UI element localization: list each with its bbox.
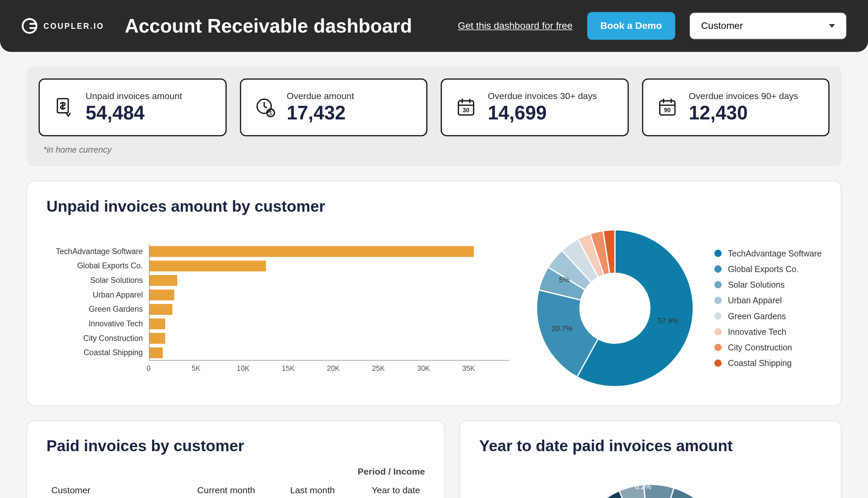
calendar-30-icon: 30 xyxy=(455,96,477,118)
legend-item[interactable]: TechAdvantage Software xyxy=(715,249,822,258)
hbar-bar xyxy=(149,275,177,286)
kpi-footnote: *in home currency xyxy=(43,145,830,154)
hbar-tick: 0 xyxy=(146,364,191,372)
hbar-category-label: Global Exports Co. xyxy=(46,261,149,270)
legend-item[interactable]: Green Gardens xyxy=(715,311,822,320)
legend-label: Urban Apparel xyxy=(728,296,782,305)
hbar-bar xyxy=(149,333,165,344)
brand-text: COUPLER.IO xyxy=(43,21,104,30)
legend-label: City Construction xyxy=(728,343,792,352)
hbar-chart: TechAdvantage SoftwareGlobal Exports Co.… xyxy=(46,244,510,372)
hbar-category-label: Coastal Shipping xyxy=(46,348,149,357)
hbar-bar xyxy=(149,289,174,300)
hbar-category-label: City Construction xyxy=(46,333,149,343)
hbar-bar xyxy=(149,246,474,257)
invoice-dollar-icon xyxy=(53,96,75,118)
legend-item[interactable]: Innovative Tech xyxy=(715,327,822,337)
hbar-tick: 25K xyxy=(372,364,417,372)
table-header-right: Period / Income xyxy=(46,466,425,476)
ytd-pie-chart: 5.2%6.2%6.2% xyxy=(572,466,729,498)
legend-item[interactable]: Global Exports Co. xyxy=(715,264,822,274)
hbar-x-axis: 05K10K15K20K25K30K35K xyxy=(149,360,510,372)
brand-logo: COUPLER.IO xyxy=(22,18,104,34)
hbar-tick: 35K xyxy=(462,364,507,372)
get-dashboard-link[interactable]: Get this dashboard for free xyxy=(458,21,572,31)
customer-select-label: Customer xyxy=(701,21,743,31)
legend-label: Coastal Shipping xyxy=(728,358,792,368)
donut-legend: TechAdvantage SoftwareGlobal Exports Co.… xyxy=(715,249,822,368)
hbar-tick: 10K xyxy=(237,364,282,372)
kpi-label: Overdue invoices 30+ days xyxy=(488,91,597,101)
legend-item[interactable]: City Construction xyxy=(715,343,822,352)
hbar-bar xyxy=(149,260,266,271)
legend-swatch xyxy=(715,359,722,367)
col-last-month: Last month xyxy=(260,481,339,498)
paid-invoices-table: Customer Current month Last month Year t… xyxy=(46,481,425,498)
donut-label: 5% xyxy=(559,276,570,284)
legend-label: TechAdvantage Software xyxy=(728,249,822,258)
table-header-row: Customer Current month Last month Year t… xyxy=(46,481,425,498)
donut-chart: 57.9%20.7%5% xyxy=(534,227,696,390)
kpi-value: 12,430 xyxy=(689,102,798,124)
legend-label: Global Exports Co. xyxy=(728,264,799,274)
kpi-value: 54,484 xyxy=(85,102,182,124)
svg-text:30: 30 xyxy=(463,107,470,114)
panel-title: Year to date paid invoices amount xyxy=(479,436,822,455)
hbar-category-label: Green Gardens xyxy=(46,305,149,314)
legend-swatch xyxy=(715,281,722,288)
clock-dollar-icon: $ xyxy=(254,96,276,118)
kpi-overdue-amount: $ Overdue amount 17,432 xyxy=(240,78,428,136)
coupler-logo-icon xyxy=(22,18,37,34)
kpi-label: Overdue invoices 90+ days xyxy=(689,91,798,101)
hbar-category-label: TechAdvantage Software xyxy=(46,247,149,256)
customer-select[interactable]: Customer xyxy=(690,13,846,39)
book-demo-button[interactable]: Book a Demo xyxy=(587,12,675,40)
legend-item[interactable]: Coastal Shipping xyxy=(715,358,822,368)
legend-swatch xyxy=(715,344,722,351)
col-current-month: Current month xyxy=(161,481,260,498)
legend-swatch xyxy=(715,297,722,304)
pie-label: 6.2% xyxy=(635,483,651,491)
panel-unpaid-by-customer: Unpaid invoices amount by customer TechA… xyxy=(26,181,842,406)
page-title: Account Receivable dashboard xyxy=(125,15,412,37)
legend-swatch xyxy=(715,265,722,272)
hbar-row: City Construction xyxy=(46,331,510,345)
calendar-90-icon: 90 xyxy=(656,96,678,118)
hbar-bar xyxy=(149,304,172,314)
header: COUPLER.IO Account Receivable dashboard … xyxy=(0,0,868,52)
hbar-row: Innovative Tech xyxy=(46,316,510,331)
kpi-label: Overdue amount xyxy=(286,91,354,101)
legend-swatch xyxy=(715,250,722,257)
panel-paid-by-customer: Paid invoices by customer Period / Incom… xyxy=(26,420,445,498)
hbar-tick: 5K xyxy=(191,364,237,372)
kpi-value: 17,432 xyxy=(286,102,354,124)
kpi-value: 14,699 xyxy=(488,102,597,124)
hbar-bar xyxy=(149,318,165,329)
svg-text:$: $ xyxy=(269,110,272,116)
panel-ytd-paid: Year to date paid invoices amount 5.2%6.… xyxy=(459,420,842,498)
svg-text:90: 90 xyxy=(664,107,671,114)
legend-item[interactable]: Solar Solutions xyxy=(715,280,822,289)
hbar-row: Global Exports Co. xyxy=(46,259,510,273)
legend-item[interactable]: Urban Apparel xyxy=(715,296,822,305)
kpi-label: Unpaid invoices amount xyxy=(85,91,182,101)
donut-label: 20.7% xyxy=(552,325,572,333)
legend-swatch xyxy=(715,312,722,319)
hbar-tick: 15K xyxy=(282,364,327,372)
legend-label: Innovative Tech xyxy=(728,327,787,337)
chevron-down-icon xyxy=(829,24,835,28)
hbar-category-label: Urban Apparel xyxy=(46,290,149,299)
hbar-row: Solar Solutions xyxy=(46,273,510,288)
legend-label: Green Gardens xyxy=(728,311,786,320)
col-ytd: Year to date xyxy=(340,481,425,498)
legend-swatch xyxy=(715,328,722,335)
hbar-row: Green Gardens xyxy=(46,302,510,316)
kpi-overdue-30: 30 Overdue invoices 30+ days 14,699 xyxy=(441,78,629,136)
kpi-unpaid-invoices: Unpaid invoices amount 54,484 xyxy=(39,78,227,136)
hbar-tick: 30K xyxy=(417,364,462,372)
kpi-overdue-90: 90 Overdue invoices 90+ days 12,430 xyxy=(642,78,830,136)
hbar-row: Urban Apparel xyxy=(46,287,510,302)
legend-label: Solar Solutions xyxy=(728,280,785,289)
hbar-row: TechAdvantage Software xyxy=(46,244,510,259)
hbar-bar xyxy=(149,347,163,358)
